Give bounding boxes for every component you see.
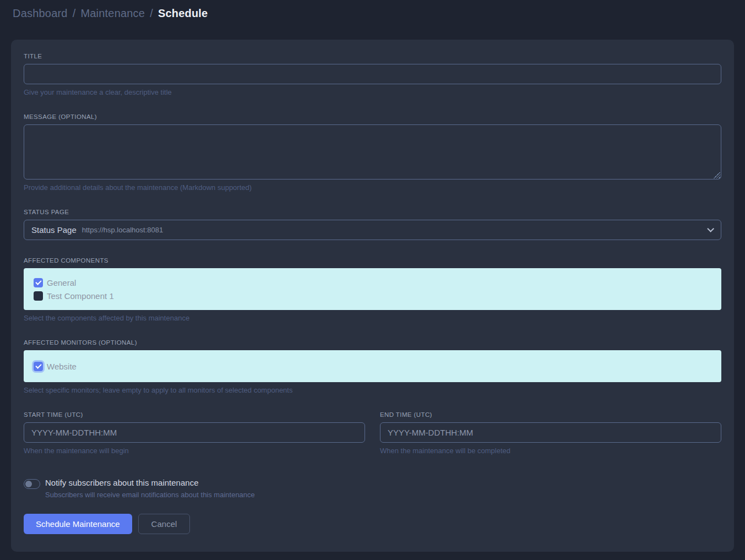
affected-components-group: AFFECTED COMPONENTS General Test Compone… (24, 257, 721, 322)
toggle-knob (25, 481, 32, 487)
affected-components-helper-text: Select the components affected by this m… (24, 314, 721, 322)
status-page-field-group: STATUS PAGE Status Page https://hsp.loca… (24, 209, 721, 240)
affected-monitors-group: AFFECTED MONITORS (OPTIONAL) Website Sel… (24, 339, 721, 394)
textarea-resize-handle[interactable] (714, 172, 720, 178)
breadcrumb-separator: / (73, 7, 76, 19)
status-page-label: STATUS PAGE (24, 209, 721, 215)
end-time-label: END TIME (UTC) (380, 411, 721, 418)
component-option-label[interactable]: General (47, 278, 76, 287)
cancel-button[interactable]: Cancel (138, 514, 191, 534)
notify-subscribers-row: Notify subscribers about this maintenanc… (24, 478, 721, 499)
message-label: MESSAGE (OPTIONAL) (24, 113, 721, 120)
monitor-option-website[interactable]: Website (34, 360, 711, 373)
affected-components-label: AFFECTED COMPONENTS (24, 257, 721, 264)
form-actions: Schedule Maintenance Cancel (24, 514, 721, 534)
start-time-helper-text: When the maintenance will begin (24, 447, 365, 455)
component-option-general[interactable]: General (34, 276, 711, 289)
title-label: TITLE (24, 53, 721, 59)
schedule-maintenance-button[interactable]: Schedule Maintenance (24, 514, 132, 534)
chevron-down-icon (707, 225, 714, 232)
end-time-input[interactable] (380, 422, 721, 443)
component-option-test-component-1[interactable]: Test Component 1 (34, 289, 711, 302)
status-page-selected-url: https://hsp.localhost:8081 (82, 226, 163, 234)
checkbox-checked-icon[interactable] (34, 278, 43, 287)
monitor-option-label[interactable]: Website (47, 362, 77, 371)
notify-subscribers-helper-text: Subscribers will receive email notificat… (45, 491, 255, 499)
schedule-maintenance-form-card: TITLE Give your maintenance a clear, des… (11, 40, 734, 552)
start-time-input[interactable] (24, 422, 365, 443)
checkbox-checked-icon[interactable] (34, 362, 43, 371)
message-textarea[interactable] (24, 124, 721, 180)
title-helper-text: Give your maintenance a clear, descripti… (24, 88, 721, 96)
end-time-helper-text: When the maintenance will be completed (380, 447, 721, 455)
time-fields-row: START TIME (UTC) When the maintenance wi… (24, 411, 721, 455)
component-option-label[interactable]: Test Component 1 (47, 291, 114, 301)
start-time-label: START TIME (UTC) (24, 411, 365, 418)
start-time-field-group: START TIME (UTC) When the maintenance wi… (24, 411, 365, 455)
breadcrumb: Dashboard/Maintenance/Schedule (13, 7, 732, 20)
checkbox-unchecked-icon[interactable] (34, 291, 43, 301)
title-input[interactable] (24, 64, 721, 84)
title-field-group: TITLE Give your maintenance a clear, des… (24, 53, 721, 96)
message-helper-text: Provide additional details about the mai… (24, 183, 721, 192)
end-time-field-group: END TIME (UTC) When the maintenance will… (380, 411, 721, 455)
breadcrumb-item-dashboard[interactable]: Dashboard (13, 7, 68, 19)
affected-components-panel: General Test Component 1 (24, 268, 721, 310)
affected-monitors-label: AFFECTED MONITORS (OPTIONAL) (24, 339, 721, 346)
status-page-selected-name: Status Page (31, 225, 77, 235)
status-page-select[interactable]: Status Page https://hsp.localhost:8081 (24, 220, 721, 240)
affected-monitors-panel: Website (24, 350, 721, 382)
breadcrumb-current-schedule: Schedule (158, 7, 208, 19)
notify-subscribers-toggle[interactable] (24, 479, 40, 489)
breadcrumb-item-maintenance[interactable]: Maintenance (80, 7, 145, 19)
top-bar: Dashboard/Maintenance/Schedule (0, 0, 745, 26)
affected-monitors-helper-text: Select specific monitors; leave empty to… (24, 386, 721, 394)
message-field-group: MESSAGE (OPTIONAL) Provide additional de… (24, 113, 721, 192)
breadcrumb-separator: / (150, 7, 153, 19)
notify-subscribers-label[interactable]: Notify subscribers about this maintenanc… (45, 478, 255, 487)
